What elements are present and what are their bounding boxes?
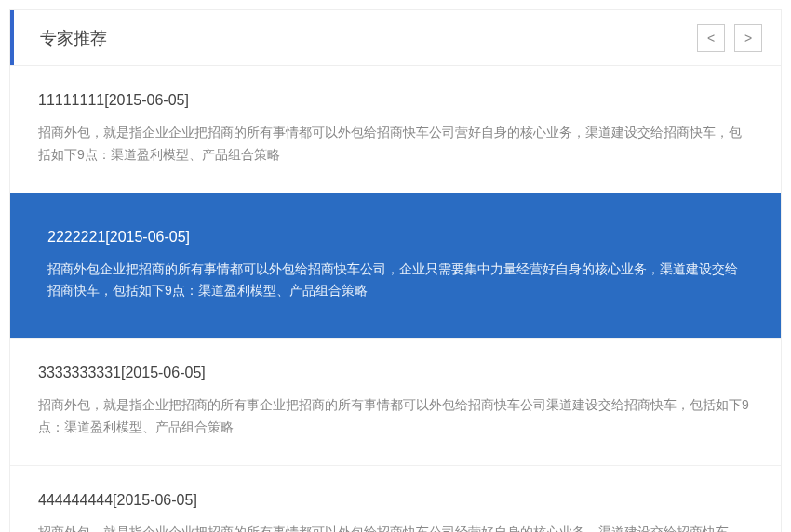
list-item[interactable]: 444444444[2015-06-05] 招商外包，就是指企业企业把招商的所有…: [10, 466, 781, 532]
prev-button[interactable]: <: [697, 24, 725, 52]
item-description: 招商外包，就是指企业企业把招商的所有事情都可以外包给招商快车公司营好自身的核心业…: [38, 122, 753, 166]
list-item[interactable]: 3333333331[2015-06-05] 招商外包，就是指企业把招商的所有事…: [10, 339, 781, 466]
panel-header: 专家推荐 < >: [10, 10, 781, 66]
panel-title: 专家推荐: [14, 27, 107, 49]
item-title: 11111111[2015-06-05]: [38, 92, 753, 109]
list-item[interactable]: 11111111[2015-06-05] 招商外包，就是指企业企业把招商的所有事…: [10, 66, 781, 193]
item-title: 444444444[2015-06-05]: [38, 492, 753, 509]
item-list: 11111111[2015-06-05] 招商外包，就是指企业企业把招商的所有事…: [10, 66, 781, 532]
item-title: 3333333331[2015-06-05]: [38, 365, 753, 381]
list-item[interactable]: 2222221[2015-06-05] 招商外包企业把招商的所有事情都可以外包给…: [10, 193, 781, 339]
item-description: 招商外包，就是指企业把招商的所有事企业把招商的所有事情都可以外包给招商快车公司渠…: [38, 394, 753, 439]
item-title: 2222221[2015-06-05]: [47, 229, 744, 246]
nav-buttons: < >: [697, 24, 762, 52]
item-description: 招商外包企业把招商的所有事情都可以外包给招商快车公司，企业只需要集中力量经营好自…: [47, 259, 744, 303]
next-button[interactable]: >: [734, 24, 762, 52]
title-wrap: 专家推荐: [10, 10, 107, 65]
expert-recommend-panel: 专家推荐 < > 11111111[2015-06-05] 招商外包，就是指企业…: [9, 9, 782, 532]
item-description: 招商外包，就是指企业企业把招商的所有事情都可以外包给招商快车公司经营好自身的核心…: [38, 522, 753, 532]
